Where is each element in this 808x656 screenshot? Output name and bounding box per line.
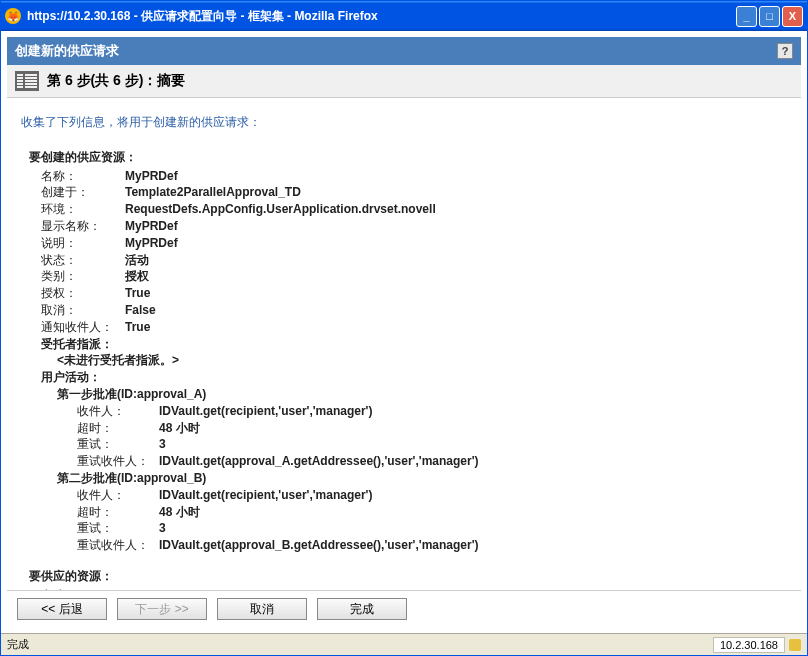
finish-button[interactable]: 完成 [317, 598, 407, 620]
panel-header: 创建新的供应请求 ? [7, 37, 801, 65]
firefox-icon: 🦊 [5, 8, 21, 24]
category-value: 授权 [125, 268, 787, 285]
help-button[interactable]: ? [777, 43, 793, 59]
lock-icon [789, 639, 801, 651]
state-label: 状态： [41, 252, 125, 269]
provision-res-title: 要供应的资源： [29, 568, 787, 585]
name-label: 名称： [41, 168, 125, 185]
notify-label: 通知收件人： [41, 319, 125, 336]
summary-icon [15, 71, 39, 91]
step1-retry-recipient-value: IDVault.get(approval_A.getAddressee(),'u… [159, 453, 787, 470]
name-value: MyPRDef [125, 168, 787, 185]
step1-title: 第一步批准(ID:approval_A) [57, 386, 787, 403]
step2-recipient-label: 收件人： [77, 487, 159, 504]
step1-timeout-value: 48 小时 [159, 420, 787, 437]
titlebar[interactable]: 🦊 https://10.2.30.168 - 供应请求配置向导 - 框架集 -… [1, 1, 807, 31]
desc-value: MyPRDef [125, 235, 787, 252]
panel-title: 创建新的供应请求 [15, 42, 119, 60]
next-button: 下一步 >> [117, 598, 207, 620]
window-controls: _ □ X [736, 6, 803, 27]
cancel-label: 取消： [41, 302, 125, 319]
step2-retry-label: 重试： [77, 520, 159, 537]
created-label: 创建于： [41, 184, 125, 201]
step2-recipient-value: IDVault.get(recipient,'user','manager') [159, 487, 787, 504]
application-window: 🦊 https://10.2.30.168 - 供应请求配置向导 - 框架集 -… [0, 0, 808, 656]
step2-timeout-label: 超时： [77, 504, 159, 521]
status-text: 完成 [7, 637, 713, 652]
intro-text: 收集了下列信息，将用于创建新的供应请求： [21, 114, 787, 131]
activity-section-title: 用户活动： [41, 369, 787, 386]
auth-value: True [125, 285, 787, 302]
back-button[interactable]: << 后退 [17, 598, 107, 620]
step2-retry-value: 3 [159, 520, 787, 537]
display-value: MyPRDef [125, 218, 787, 235]
trustee-none: <未进行受托者指派。> [57, 352, 787, 369]
env-value: RequestDefs.AppConfig.UserApplication.dr… [125, 201, 787, 218]
trustee-section-title: 受托者指派： [41, 336, 787, 353]
close-button[interactable]: X [782, 6, 803, 27]
cancel-button[interactable]: 取消 [217, 598, 307, 620]
step-bar: 第 6 步(共 6 步)：摘要 [7, 65, 801, 98]
step-label: 第 6 步(共 6 步)：摘要 [47, 72, 185, 90]
status-ip: 10.2.30.168 [713, 637, 785, 653]
wizard-buttons: << 后退 下一步 >> 取消 完成 [7, 590, 801, 627]
step1-recipient-value: IDVault.get(recipient,'user','manager') [159, 403, 787, 420]
minimize-button[interactable]: _ [736, 6, 757, 27]
step1-retry-value: 3 [159, 436, 787, 453]
step2-retry-recipient-label: 重试收件人： [77, 537, 159, 554]
notify-value: True [125, 319, 787, 336]
auth-label: 授权： [41, 285, 125, 302]
resource-section-title: 要创建的供应资源： [29, 149, 787, 166]
wizard-panel: 创建新的供应请求 ? 第 6 步(共 6 步)：摘要 收集了下列信息，将用于创建… [7, 37, 801, 627]
cancel-value: False [125, 302, 787, 319]
category-label: 类别： [41, 268, 125, 285]
created-value: Template2ParallelApproval_TD [125, 184, 787, 201]
content-area: 创建新的供应请求 ? 第 6 步(共 6 步)：摘要 收集了下列信息，将用于创建… [1, 31, 807, 633]
step2-retry-recipient-value: IDVault.get(approval_B.getAddressee(),'u… [159, 537, 787, 554]
step2-title: 第二步批准(ID:approval_B) [57, 470, 787, 487]
display-label: 显示名称： [41, 218, 125, 235]
step1-recipient-label: 收件人： [77, 403, 159, 420]
window-title: https://10.2.30.168 - 供应请求配置向导 - 框架集 - M… [27, 8, 736, 25]
step2-timeout-value: 48 小时 [159, 504, 787, 521]
state-value: 活动 [125, 252, 787, 269]
summary-content: 收集了下列信息，将用于创建新的供应请求： 要创建的供应资源： 名称：MyPRDe… [7, 98, 801, 590]
env-label: 环境： [41, 201, 125, 218]
maximize-button[interactable]: □ [759, 6, 780, 27]
desc-label: 说明： [41, 235, 125, 252]
step1-retry-recipient-label: 重试收件人： [77, 453, 159, 470]
step1-retry-label: 重试： [77, 436, 159, 453]
statusbar: 完成 10.2.30.168 [1, 633, 807, 655]
step1-timeout-label: 超时： [77, 420, 159, 437]
